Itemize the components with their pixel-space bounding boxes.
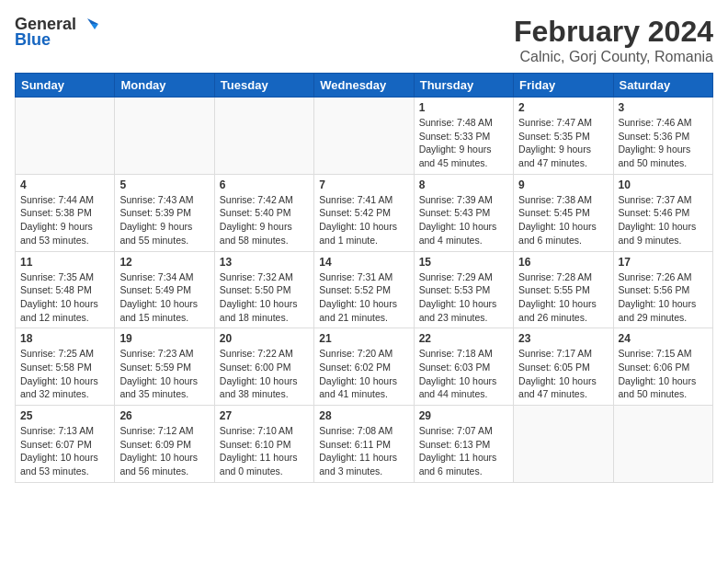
day-number: 20 — [220, 332, 309, 345]
calendar-week-row: 18Sunrise: 7:25 AM Sunset: 5:58 PM Dayli… — [16, 328, 713, 406]
day-number: 14 — [319, 256, 408, 269]
calendar-cell: 9Sunrise: 7:38 AM Sunset: 5:45 PM Daylig… — [514, 174, 613, 251]
weekday-header-thursday: Thursday — [414, 74, 513, 98]
day-info: Sunrise: 7:44 AM Sunset: 5:38 PM Dayligh… — [20, 193, 109, 247]
day-info: Sunrise: 7:10 AM Sunset: 6:10 PM Dayligh… — [220, 424, 309, 478]
location-title: Calnic, Gorj County, Romania — [514, 49, 713, 65]
day-info: Sunrise: 7:47 AM Sunset: 5:35 PM Dayligh… — [518, 116, 608, 170]
calendar-cell: 10Sunrise: 7:37 AM Sunset: 5:46 PM Dayli… — [613, 174, 712, 251]
calendar-cell: 29Sunrise: 7:07 AM Sunset: 6:13 PM Dayli… — [414, 406, 513, 483]
day-number: 11 — [20, 256, 109, 269]
calendar-cell — [115, 98, 214, 175]
day-number: 8 — [419, 178, 508, 191]
calendar-cell: 14Sunrise: 7:31 AM Sunset: 5:52 PM Dayli… — [314, 251, 414, 328]
calendar-cell: 28Sunrise: 7:08 AM Sunset: 6:11 PM Dayli… — [314, 406, 414, 483]
day-number: 26 — [119, 409, 209, 422]
calendar-cell: 25Sunrise: 7:13 AM Sunset: 6:07 PM Dayli… — [16, 406, 115, 483]
day-info: Sunrise: 7:20 AM Sunset: 6:02 PM Dayligh… — [319, 347, 408, 401]
day-number: 16 — [518, 256, 608, 269]
calendar-cell — [613, 406, 712, 483]
calendar-cell: 7Sunrise: 7:41 AM Sunset: 5:42 PM Daylig… — [314, 174, 414, 251]
day-info: Sunrise: 7:38 AM Sunset: 5:45 PM Dayligh… — [518, 193, 608, 247]
day-info: Sunrise: 7:31 AM Sunset: 5:52 PM Dayligh… — [319, 270, 408, 325]
calendar-cell: 27Sunrise: 7:10 AM Sunset: 6:10 PM Dayli… — [214, 406, 313, 483]
day-info: Sunrise: 7:34 AM Sunset: 5:49 PM Dayligh… — [119, 270, 209, 325]
day-number: 29 — [419, 409, 508, 422]
weekday-header-friday: Friday — [514, 74, 613, 98]
calendar-cell — [314, 98, 414, 175]
title-area: February 2024 Calnic, Gorj County, Roman… — [514, 15, 713, 65]
svg-marker-0 — [87, 18, 98, 24]
weekday-header-sunday: Sunday — [16, 74, 115, 98]
day-info: Sunrise: 7:07 AM Sunset: 6:13 PM Dayligh… — [419, 424, 508, 478]
weekday-header-monday: Monday — [115, 74, 214, 98]
svg-marker-1 — [91, 24, 98, 29]
calendar-cell: 15Sunrise: 7:29 AM Sunset: 5:53 PM Dayli… — [414, 251, 513, 328]
day-info: Sunrise: 7:28 AM Sunset: 5:55 PM Dayligh… — [518, 270, 608, 325]
calendar-cell: 12Sunrise: 7:34 AM Sunset: 5:49 PM Dayli… — [115, 251, 214, 328]
day-info: Sunrise: 7:29 AM Sunset: 5:53 PM Dayligh… — [419, 270, 508, 325]
day-info: Sunrise: 7:48 AM Sunset: 5:33 PM Dayligh… — [419, 116, 508, 170]
weekday-header-wednesday: Wednesday — [314, 74, 414, 98]
day-number: 27 — [220, 409, 309, 422]
calendar-cell: 17Sunrise: 7:26 AM Sunset: 5:56 PM Dayli… — [613, 251, 712, 328]
calendar-cell: 26Sunrise: 7:12 AM Sunset: 6:09 PM Dayli… — [115, 406, 214, 483]
day-number: 19 — [119, 332, 209, 345]
calendar-week-row: 25Sunrise: 7:13 AM Sunset: 6:07 PM Dayli… — [16, 406, 713, 483]
day-info: Sunrise: 7:15 AM Sunset: 6:06 PM Dayligh… — [619, 347, 708, 401]
day-info: Sunrise: 7:32 AM Sunset: 5:50 PM Dayligh… — [220, 270, 309, 325]
logo-blue-text: Blue — [15, 30, 51, 50]
day-number: 13 — [220, 256, 309, 269]
weekday-header-saturday: Saturday — [613, 74, 712, 98]
day-number: 9 — [518, 178, 608, 191]
calendar-cell: 11Sunrise: 7:35 AM Sunset: 5:48 PM Dayli… — [16, 251, 115, 328]
logo: General Blue — [15, 15, 98, 50]
day-info: Sunrise: 7:18 AM Sunset: 6:03 PM Dayligh… — [419, 347, 508, 401]
day-info: Sunrise: 7:12 AM Sunset: 6:09 PM Dayligh… — [119, 424, 209, 478]
calendar-cell: 1Sunrise: 7:48 AM Sunset: 5:33 PM Daylig… — [414, 98, 513, 175]
day-info: Sunrise: 7:39 AM Sunset: 5:43 PM Dayligh… — [419, 193, 508, 247]
logo-bird-icon — [78, 17, 98, 33]
calendar-cell: 16Sunrise: 7:28 AM Sunset: 5:55 PM Dayli… — [514, 251, 613, 328]
day-info: Sunrise: 7:43 AM Sunset: 5:39 PM Dayligh… — [119, 193, 209, 247]
calendar-cell: 3Sunrise: 7:46 AM Sunset: 5:36 PM Daylig… — [613, 98, 712, 175]
day-number: 3 — [619, 101, 708, 114]
calendar-cell: 5Sunrise: 7:43 AM Sunset: 5:39 PM Daylig… — [115, 174, 214, 251]
day-info: Sunrise: 7:17 AM Sunset: 6:05 PM Dayligh… — [518, 347, 608, 401]
calendar-cell — [514, 406, 613, 483]
day-info: Sunrise: 7:41 AM Sunset: 5:42 PM Dayligh… — [319, 193, 408, 247]
calendar-cell: 2Sunrise: 7:47 AM Sunset: 5:35 PM Daylig… — [514, 98, 613, 175]
day-number: 10 — [619, 178, 708, 191]
day-number: 15 — [419, 256, 508, 269]
calendar-cell: 13Sunrise: 7:32 AM Sunset: 5:50 PM Dayli… — [214, 251, 313, 328]
day-number: 12 — [119, 256, 209, 269]
day-info: Sunrise: 7:26 AM Sunset: 5:56 PM Dayligh… — [619, 270, 708, 325]
day-number: 6 — [220, 178, 309, 191]
month-title: February 2024 — [514, 15, 713, 49]
day-number: 18 — [20, 332, 109, 345]
day-info: Sunrise: 7:46 AM Sunset: 5:36 PM Dayligh… — [619, 116, 708, 170]
day-number: 22 — [419, 332, 508, 345]
calendar-cell — [16, 98, 115, 175]
calendar-cell: 24Sunrise: 7:15 AM Sunset: 6:06 PM Dayli… — [613, 328, 712, 406]
calendar-cell: 8Sunrise: 7:39 AM Sunset: 5:43 PM Daylig… — [414, 174, 513, 251]
calendar-week-row: 11Sunrise: 7:35 AM Sunset: 5:48 PM Dayli… — [16, 251, 713, 328]
day-info: Sunrise: 7:35 AM Sunset: 5:48 PM Dayligh… — [20, 270, 109, 325]
calendar-table: SundayMondayTuesdayWednesdayThursdayFrid… — [15, 73, 713, 483]
day-number: 4 — [20, 178, 109, 191]
calendar-cell: 6Sunrise: 7:42 AM Sunset: 5:40 PM Daylig… — [214, 174, 313, 251]
weekday-header-tuesday: Tuesday — [214, 74, 313, 98]
calendar-cell: 19Sunrise: 7:23 AM Sunset: 5:59 PM Dayli… — [115, 328, 214, 406]
day-number: 1 — [419, 101, 508, 114]
day-number: 2 — [518, 101, 608, 114]
day-info: Sunrise: 7:23 AM Sunset: 5:59 PM Dayligh… — [119, 347, 209, 401]
calendar-week-row: 1Sunrise: 7:48 AM Sunset: 5:33 PM Daylig… — [16, 98, 713, 175]
calendar-cell: 18Sunrise: 7:25 AM Sunset: 5:58 PM Dayli… — [16, 328, 115, 406]
day-number: 7 — [319, 178, 408, 191]
day-info: Sunrise: 7:42 AM Sunset: 5:40 PM Dayligh… — [220, 193, 309, 247]
day-number: 24 — [619, 332, 708, 345]
day-number: 28 — [319, 409, 408, 422]
day-info: Sunrise: 7:13 AM Sunset: 6:07 PM Dayligh… — [20, 424, 109, 478]
calendar-cell: 21Sunrise: 7:20 AM Sunset: 6:02 PM Dayli… — [314, 328, 414, 406]
calendar-cell — [214, 98, 313, 175]
